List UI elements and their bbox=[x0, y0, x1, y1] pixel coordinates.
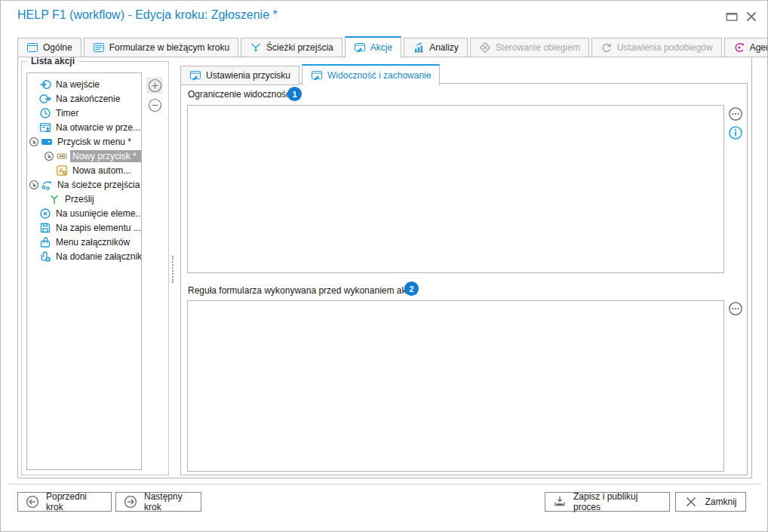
tree-item[interactable]: ANowa autom... bbox=[27, 163, 141, 177]
tree-item-label: Na wejście bbox=[54, 78, 102, 91]
tree-item[interactable]: Nowy przycisk * bbox=[27, 149, 141, 163]
visibility-rule-controls bbox=[728, 106, 743, 140]
minus-circle-icon bbox=[148, 98, 162, 112]
tab-label: Agent AI bbox=[750, 42, 768, 53]
tree-item[interactable]: Na usunięcie eleme... bbox=[27, 206, 141, 220]
tab-label: Sterowanie obiegiem bbox=[496, 42, 580, 53]
tree-item[interactable]: Na ścieżce przejścia bbox=[27, 177, 141, 192]
sub-tab-strip: Ustawienia przyciskuWidoczność i zachowa… bbox=[180, 64, 442, 85]
step-enter-icon bbox=[39, 78, 51, 91]
tree-item-label: Timer bbox=[54, 107, 81, 119]
save-disk-icon bbox=[39, 222, 51, 234]
tab-formularze-w-bieżącym-kroku[interactable]: Formularze w bieżącym kroku bbox=[84, 38, 238, 57]
info-circle-icon bbox=[728, 125, 743, 140]
tree-item-label: Prześlij bbox=[63, 193, 97, 205]
ellipsis-circle-icon bbox=[728, 301, 743, 316]
tree-item-label: Nowa autom... bbox=[70, 165, 133, 177]
subtab-ustawienia-przycisku[interactable]: Ustawienia przycisku bbox=[180, 66, 300, 85]
tab-ustawienia-podobiegów: Ustawienia podobiegów bbox=[591, 38, 722, 57]
button-icon bbox=[56, 150, 68, 162]
footer-button-poprzedni-krok[interactable]: Poprzedni krok bbox=[17, 492, 112, 512]
subtab-label: Widoczność i zachowanie bbox=[327, 70, 431, 81]
tab-akcje[interactable]: Akcje bbox=[345, 36, 401, 58]
form-open-icon bbox=[39, 121, 51, 134]
tree-item-label: Na dodanie załącznika bbox=[54, 251, 142, 263]
form-list-icon bbox=[93, 42, 105, 54]
window-pen-icon bbox=[311, 69, 323, 81]
tab-ścieżki-przejścia[interactable]: Ścieżki przejścia bbox=[241, 38, 343, 57]
expand-toggle-icon bbox=[29, 180, 39, 190]
window-close-button[interactable] bbox=[746, 11, 757, 22]
maximize-button[interactable] bbox=[727, 11, 737, 22]
tab-agent-ai[interactable]: Agent AI bbox=[724, 38, 768, 57]
main-tab-strip: OgólneFormularze w bieżącym krokuŚcieżki… bbox=[17, 36, 768, 57]
tree-item[interactable]: Timer bbox=[27, 106, 141, 120]
subtab-label: Ustawienia przycisku bbox=[206, 70, 290, 81]
tree-item[interactable]: Na zapis elementu ... bbox=[27, 220, 141, 235]
flow-control-icon bbox=[479, 42, 491, 54]
agent-ai-icon bbox=[733, 42, 745, 54]
tree-item-label: Na ścieżce przejścia bbox=[55, 179, 142, 191]
tree-item[interactable]: Na otwarcie w prze... bbox=[27, 120, 141, 134]
footer-button-zapisz-i-publikuj-proces[interactable]: Zapisz i publikuj proces bbox=[545, 492, 670, 512]
tab-analizy[interactable]: Analizy bbox=[404, 38, 468, 57]
tree-item-label: Nowy przycisk * bbox=[70, 150, 141, 162]
footer-button-label: Zapisz i publikuj proces bbox=[573, 491, 662, 512]
tab-label: Ogólne bbox=[43, 42, 72, 53]
form-rule-controls bbox=[728, 301, 743, 316]
arrow-right-circle-icon bbox=[124, 495, 137, 509]
subtab-widoczność-i-zachowanie[interactable]: Widoczność i zachowanie bbox=[302, 64, 440, 86]
expand-toggle-icon bbox=[29, 137, 39, 147]
visibility-restriction-input[interactable] bbox=[187, 105, 724, 273]
expand-toggle-icon bbox=[44, 151, 54, 161]
tree-item[interactable]: Prześlij bbox=[27, 192, 141, 206]
tree-item[interactable]: Na wejście bbox=[27, 77, 141, 91]
tab-sterowanie-obiegiem: Sterowanie obiegiem bbox=[470, 38, 589, 57]
publish-icon bbox=[553, 495, 567, 509]
footer-separator bbox=[8, 484, 761, 484]
delete-circle-icon bbox=[39, 208, 51, 220]
form-rule-input[interactable] bbox=[187, 300, 724, 472]
paths-icon bbox=[250, 42, 262, 54]
maximize-icon bbox=[726, 11, 738, 23]
tree-item-label: Przycisk w menu * bbox=[55, 136, 134, 148]
window-pen-icon bbox=[189, 69, 201, 81]
window-pen-icon bbox=[354, 42, 366, 54]
close-x-icon bbox=[684, 495, 698, 509]
tree-item-label: Na usunięcie eleme... bbox=[54, 208, 142, 220]
path-transition-icon bbox=[41, 179, 53, 191]
form-rule-editor-button[interactable] bbox=[728, 301, 743, 316]
step-badge-2: 2 bbox=[404, 281, 419, 296]
panel-splitter-handle[interactable] bbox=[172, 256, 174, 283]
visibility-restriction-label: Ograniczenie widoczności bbox=[188, 89, 293, 100]
tree-item[interactable]: Menu załączników bbox=[27, 235, 141, 249]
form-rule-label: Reguła formularza wykonywana przed wykon… bbox=[188, 285, 417, 296]
visibility-behavior-page: Ograniczenie widoczności 1 Reguła formul… bbox=[180, 83, 748, 475]
ellipsis-circle-icon bbox=[728, 106, 743, 121]
plus-circle-icon bbox=[148, 78, 162, 93]
tree-item[interactable]: Na zakończenie bbox=[27, 91, 141, 106]
footer-button-label: Poprzedni krok bbox=[46, 491, 103, 512]
timer-icon bbox=[39, 107, 51, 119]
footer-button-następny-krok[interactable]: Następny krok bbox=[115, 492, 201, 512]
tab-ogólne[interactable]: Ogólne bbox=[17, 38, 81, 57]
action-list-groupbox: Lista akcji Na wejścieNa zakończenieTime… bbox=[21, 61, 169, 475]
send-path-icon bbox=[48, 193, 60, 205]
tree-item-label: Na zapis elementu ... bbox=[54, 222, 142, 234]
action-tree-list[interactable]: Na wejścieNa zakończenieTimerNa otwarcie… bbox=[26, 72, 142, 470]
add-action-button[interactable] bbox=[146, 77, 163, 94]
subflows-icon bbox=[601, 42, 613, 54]
footer-button-zamknij[interactable]: Zamknij bbox=[675, 492, 746, 512]
visibility-rule-info-button[interactable] bbox=[728, 125, 743, 140]
tree-item[interactable]: Przycisk w menu * bbox=[27, 134, 141, 149]
chart-icon bbox=[413, 42, 425, 54]
remove-action-button[interactable] bbox=[146, 97, 163, 113]
workflow-step-editor-window: HELP F1 (workflow) - Edycja kroku: Zgłos… bbox=[0, 0, 768, 532]
action-list-buttons bbox=[146, 77, 163, 113]
automation-icon: A bbox=[56, 165, 68, 177]
tree-item[interactable]: Na dodanie załącznika bbox=[27, 249, 141, 263]
attachment-add-icon bbox=[39, 251, 51, 263]
visibility-rule-editor-button[interactable] bbox=[728, 106, 743, 121]
close-icon bbox=[745, 11, 757, 23]
tree-item-label: Na zakończenie bbox=[54, 93, 122, 105]
